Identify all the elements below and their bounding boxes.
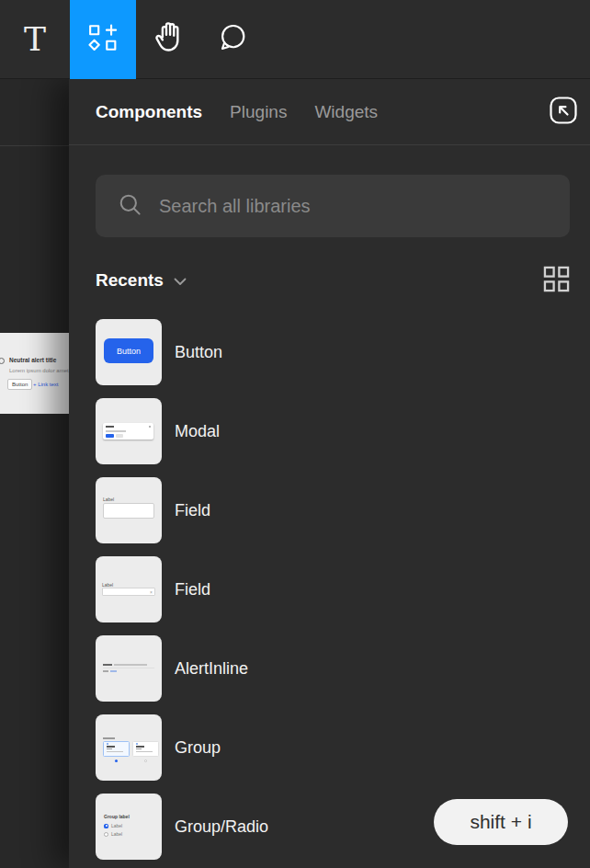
mini-radio-selected	[115, 760, 118, 762]
comment-bubble-icon	[217, 22, 248, 57]
hand-icon	[152, 19, 187, 60]
alert-info-icon	[0, 358, 5, 364]
figma-window: T	[0, 0, 590, 868]
recents-header-row: Recents	[96, 267, 570, 294]
mini-button: Button	[104, 338, 153, 363]
mini-clear-icon: ×	[150, 589, 153, 595]
chevron-down-icon	[174, 270, 187, 291]
mini-modal-card	[103, 423, 153, 440]
hand-tool-button[interactable]	[145, 0, 193, 79]
list-item-button[interactable]: Button Button	[96, 319, 570, 385]
top-toolbar: T	[0, 0, 590, 79]
alert-body-text: Lorem ipsum dolor amet conse	[9, 368, 69, 373]
grid-view-icon	[543, 266, 570, 296]
tab-widgets[interactable]: Widgets	[314, 102, 378, 122]
mini-radio-row: Label	[104, 831, 122, 837]
group-radio-thumbnail: Group label Label Label	[96, 794, 162, 860]
list-item-alertinline[interactable]: AlertInline	[96, 635, 570, 702]
panel-tabs: Components Plugins Widgets	[96, 102, 378, 122]
recents-dropdown[interactable]: Recents	[96, 270, 187, 291]
group-thumbnail	[96, 714, 162, 781]
item-label: Group/Radio	[175, 817, 268, 837]
grid-view-toggle-button[interactable]	[542, 267, 570, 294]
mini-field-input	[103, 503, 154, 519]
mini-radio-row-selected: Label	[104, 823, 122, 828]
tab-plugins[interactable]: Plugins	[230, 102, 287, 122]
canvas-area[interactable]: Neutral alert title Lorem ipsum dolor am…	[0, 79, 69, 868]
list-item-field-2[interactable]: Label × Field	[96, 556, 570, 622]
alert-button: Button	[7, 379, 32, 390]
text-tool-button[interactable]: T	[11, 0, 59, 79]
mini-group-card-selected	[103, 741, 130, 757]
item-label: AlertInline	[175, 659, 248, 679]
keyboard-shortcut-hint: shift + i	[434, 799, 568, 845]
item-label: Button	[175, 343, 222, 362]
mini-field-label: Label	[103, 497, 114, 502]
mini-field-input: ×	[102, 588, 155, 596]
mini-radio	[144, 760, 147, 762]
item-label: Field	[175, 580, 210, 600]
alert-title: Neutral alert title	[9, 357, 56, 363]
panel-body: Recents	[69, 175, 590, 860]
search-input[interactable]	[159, 196, 553, 217]
alertinline-thumbnail	[96, 635, 162, 702]
search-icon	[118, 192, 142, 221]
item-label: Group	[175, 738, 221, 758]
panel-header: Components Plugins Widgets	[69, 79, 590, 145]
open-in-new-window-icon	[550, 97, 577, 128]
button-thumbnail: Button	[96, 319, 162, 385]
popout-panel-button[interactable]	[548, 97, 579, 128]
radio-off-icon	[104, 832, 108, 837]
comment-tool-button[interactable]	[210, 0, 255, 79]
assets-tool-button[interactable]	[70, 0, 136, 79]
list-item-group[interactable]: Group	[96, 714, 570, 781]
recents-title: Recents	[96, 270, 164, 291]
library-search-box[interactable]	[96, 175, 570, 237]
list-item-modal[interactable]: Modal	[96, 398, 570, 464]
canvas-divider-line	[0, 145, 69, 146]
tab-components[interactable]: Components	[96, 102, 202, 122]
item-label: Field	[175, 501, 210, 520]
list-item-field-1[interactable]: Label Field	[96, 477, 570, 543]
mini-radio-group-label: Group label	[104, 814, 130, 819]
assets-panel: Components Plugins Widgets	[69, 79, 590, 868]
components-icon	[88, 24, 118, 55]
canvas-alert-component[interactable]: Neutral alert title Lorem ipsum dolor am…	[0, 333, 69, 414]
mini-group-card	[132, 741, 159, 757]
radio-on-icon	[104, 824, 108, 828]
item-label: Modal	[175, 422, 220, 441]
field-thumbnail: Label	[96, 477, 162, 543]
field-thumbnail: Label ×	[96, 556, 162, 622]
alert-link-text: + Link text	[33, 382, 59, 387]
component-list: Button Button Modal	[96, 319, 570, 860]
modal-thumbnail	[96, 398, 162, 464]
text-T-icon: T	[24, 23, 46, 56]
